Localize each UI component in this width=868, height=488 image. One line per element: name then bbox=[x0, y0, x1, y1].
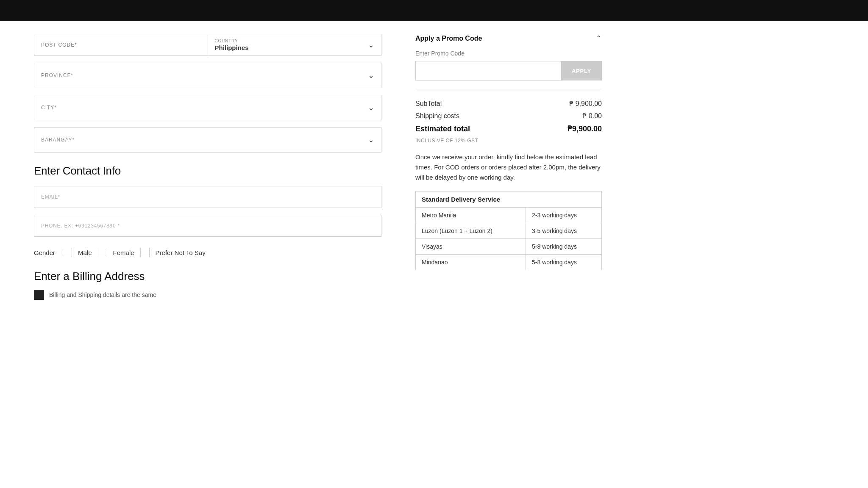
promo-code-input[interactable] bbox=[415, 61, 561, 80]
delivery-table-row: Luzon (Luzon 1 + Luzon 2)3-5 working day… bbox=[416, 223, 602, 239]
delivery-days: 5-8 working days bbox=[526, 239, 602, 255]
country-dropdown[interactable]: COUNTRY Philippines ⌄ bbox=[208, 34, 382, 56]
promo-code-section: Apply a Promo Code ⌃ Enter Promo Code AP… bbox=[415, 34, 602, 89]
delivery-days: 3-5 working days bbox=[526, 223, 602, 239]
gender-female-label[interactable]: Female bbox=[113, 249, 134, 256]
delivery-table-row: Visayas5-8 working days bbox=[416, 239, 602, 255]
total-label: Estimated total bbox=[415, 125, 470, 133]
billing-heading: Enter a Billing Address bbox=[34, 270, 381, 283]
delivery-days: 5-8 working days bbox=[526, 255, 602, 270]
barangay-label: BARANGAY* bbox=[41, 137, 75, 143]
top-navigation-bar bbox=[0, 0, 868, 21]
contact-info-heading: Enter Contact Info bbox=[34, 164, 381, 177]
delivery-region: Mindanao bbox=[416, 255, 526, 270]
order-summary-panel: Apply a Promo Code ⌃ Enter Promo Code AP… bbox=[415, 30, 602, 300]
postcode-country-row: COUNTRY Philippines ⌄ bbox=[34, 34, 381, 56]
email-input[interactable] bbox=[34, 186, 381, 208]
province-label: PROVINCE* bbox=[41, 72, 73, 78]
postcode-input[interactable] bbox=[34, 34, 208, 56]
gst-note: INCLUSIVE OF 12% GST bbox=[415, 138, 602, 144]
delivery-region: Luzon (Luzon 1 + Luzon 2) bbox=[416, 223, 526, 239]
promo-input-row: APPLY bbox=[415, 61, 602, 80]
delivery-note: Once we receive your order, kindly find … bbox=[415, 152, 602, 183]
promo-header: Apply a Promo Code ⌃ bbox=[415, 34, 602, 43]
billing-same-checkbox[interactable] bbox=[34, 290, 44, 300]
delivery-region: Visayas bbox=[416, 239, 526, 255]
total-row: Estimated total ₱9,900.00 bbox=[415, 124, 602, 133]
promo-label: Enter Promo Code bbox=[415, 50, 602, 57]
delivery-table: Standard Delivery Service Metro Manila2-… bbox=[415, 191, 602, 270]
delivery-table-row: Metro Manila2-3 working days bbox=[416, 208, 602, 223]
subtotal-row: SubTotal ₱ 9,900.00 bbox=[415, 100, 602, 108]
apply-promo-button[interactable]: APPLY bbox=[561, 61, 602, 80]
delivery-days: 2-3 working days bbox=[526, 208, 602, 223]
gender-prefer-not-checkbox[interactable] bbox=[140, 248, 150, 257]
city-dropdown[interactable]: CITY* ⌄ bbox=[34, 95, 381, 120]
gender-female-checkbox[interactable] bbox=[98, 248, 107, 257]
checkout-form: COUNTRY Philippines ⌄ PROVINCE* ⌄ CITY* … bbox=[34, 30, 381, 300]
gender-prefer-not-label[interactable]: Prefer Not To Say bbox=[156, 249, 206, 256]
shipping-label: Shipping costs bbox=[415, 112, 459, 120]
delivery-region: Metro Manila bbox=[416, 208, 526, 223]
barangay-dropdown[interactable]: BARANGAY* ⌄ bbox=[34, 127, 381, 152]
province-chevron-icon: ⌄ bbox=[368, 71, 374, 80]
gender-male-label[interactable]: Male bbox=[78, 249, 92, 256]
city-chevron-icon: ⌄ bbox=[368, 103, 374, 112]
delivery-table-header: Standard Delivery Service bbox=[416, 191, 602, 208]
gender-label: Gender bbox=[34, 249, 55, 256]
promo-title: Apply a Promo Code bbox=[415, 35, 482, 42]
barangay-chevron-icon: ⌄ bbox=[368, 135, 374, 144]
billing-same-label: Billing and Shipping details are the sam… bbox=[49, 291, 156, 298]
total-value: ₱9,900.00 bbox=[568, 124, 602, 133]
country-chevron-icon: ⌄ bbox=[368, 40, 374, 50]
country-field-label: COUNTRY bbox=[215, 39, 249, 43]
billing-same-option[interactable]: Billing and Shipping details are the sam… bbox=[34, 290, 381, 300]
shipping-row: Shipping costs ₱ 0.00 bbox=[415, 112, 602, 120]
gender-male-checkbox[interactable] bbox=[63, 248, 72, 257]
province-dropdown[interactable]: PROVINCE* ⌄ bbox=[34, 63, 381, 88]
city-label: CITY* bbox=[41, 105, 57, 111]
shipping-value: ₱ 0.00 bbox=[582, 112, 602, 120]
gender-row: Gender Male Female Prefer Not To Say bbox=[34, 248, 381, 257]
delivery-table-row: Mindanao5-8 working days bbox=[416, 255, 602, 270]
country-field-value: Philippines bbox=[215, 44, 249, 51]
subtotal-label: SubTotal bbox=[415, 100, 442, 108]
promo-collapse-icon[interactable]: ⌃ bbox=[595, 34, 602, 43]
subtotal-value: ₱ 9,900.00 bbox=[569, 100, 602, 108]
phone-input[interactable] bbox=[34, 215, 381, 237]
